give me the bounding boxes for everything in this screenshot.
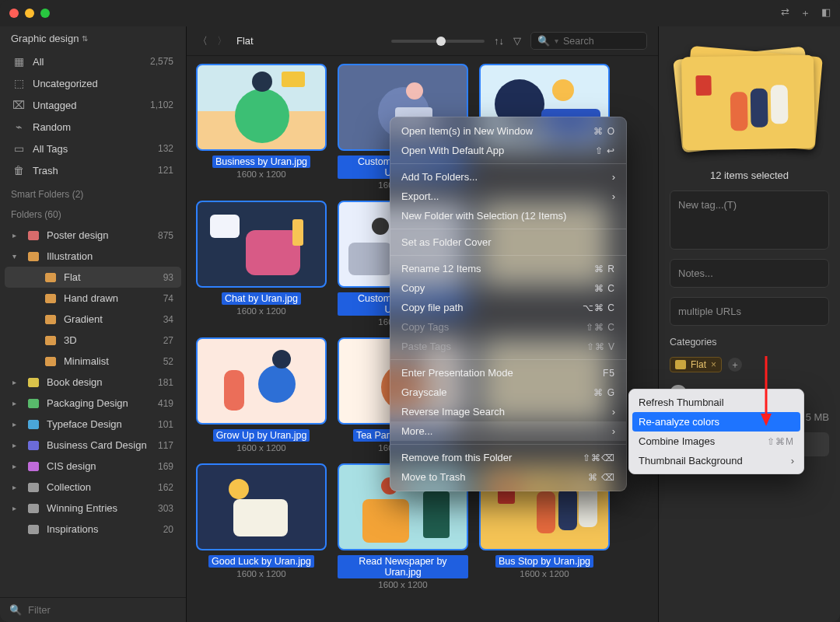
- folder-label: Minimalist: [64, 355, 156, 367]
- ctx-presentation[interactable]: Enter Presentation ModeF5: [390, 363, 626, 383]
- ctx-reverse[interactable]: Reverse Image Search›: [390, 402, 626, 421]
- folder-collection[interactable]: ▸Collection162: [5, 477, 181, 498]
- ctx-set-cover[interactable]: Set as Folder Cover: [390, 232, 626, 252]
- ctx-remove[interactable]: Remove from this Folder⇧⌘⌫: [390, 448, 626, 467]
- ctx-more[interactable]: More...›: [390, 421, 626, 441]
- sidebar-item-uncategorized[interactable]: ⬚Uncategorized: [5, 72, 181, 94]
- nav-fwd-icon[interactable]: 〉: [217, 34, 227, 48]
- folder-label: Poster design: [47, 229, 150, 241]
- sidebar-item-label: All Tags: [33, 143, 150, 155]
- ctx2-thumb-bg[interactable]: Thumbnail Background›: [629, 451, 803, 470]
- swap-icon[interactable]: ⇄: [781, 6, 789, 20]
- thumbnail[interactable]: [196, 64, 327, 151]
- grid-item[interactable]: Chat by Uran.jpg1600 x 1200: [196, 201, 327, 327]
- notes-input[interactable]: Notes...: [670, 259, 829, 288]
- url-input[interactable]: multiple URLs: [670, 297, 829, 326]
- folder-packaging-design[interactable]: ▸Packaging Design419: [5, 393, 181, 414]
- ctx-new-folder[interactable]: New Folder with Selection (12 Items): [390, 206, 626, 225]
- filter-icon[interactable]: ▽: [513, 35, 521, 47]
- breadcrumb[interactable]: Flat: [236, 35, 254, 47]
- filter-input[interactable]: [28, 604, 177, 616]
- folder-count: 74: [163, 293, 173, 304]
- smart-folders-head[interactable]: Smart Folders (2): [0, 183, 186, 203]
- disclosure-icon[interactable]: ▸: [12, 441, 20, 449]
- folder-3d[interactable]: 3D27: [5, 330, 181, 351]
- add-icon[interactable]: ＋: [800, 6, 810, 20]
- grid-item[interactable]: Grow Up by Uran.jpg1600 x 1200: [196, 337, 327, 453]
- item-dimensions: 1600 x 1200: [479, 569, 610, 578]
- ctx-open-default[interactable]: Open With Default App⇧ ↩: [390, 141, 626, 160]
- folder-count: 93: [163, 272, 173, 283]
- sidebar-item-random[interactable]: ⌁Random: [5, 116, 181, 138]
- chip-remove-icon[interactable]: ×: [711, 359, 716, 370]
- folder-count: 101: [158, 419, 173, 430]
- search-field[interactable]: 🔍 ▾: [530, 32, 647, 50]
- ctx2-combine[interactable]: Combine Images⇧⌘M: [629, 432, 803, 451]
- sidebar: Graphic design ⇅ ▦All2,575⬚Uncategorized…: [0, 26, 187, 622]
- folder-icon: [45, 273, 56, 282]
- thumb-size-slider[interactable]: [391, 40, 485, 43]
- window-zoom[interactable]: [40, 9, 50, 18]
- thumbnail[interactable]: [196, 463, 327, 550]
- disclosure-icon[interactable]: ▸: [12, 378, 20, 386]
- add-category-button[interactable]: ＋: [728, 358, 742, 372]
- folder-inspirations[interactable]: Inspirations20: [5, 519, 181, 540]
- ctx-copy-path[interactable]: Copy file path⌥⌘ C: [390, 298, 626, 317]
- sidebar-item-count: 132: [158, 143, 173, 154]
- disclosure-icon[interactable]: ▾: [12, 252, 20, 260]
- folder-illustration[interactable]: ▾Illustration: [5, 246, 181, 267]
- folder-book-design[interactable]: ▸Book design181: [5, 372, 181, 393]
- folder-label: 3D: [64, 334, 156, 346]
- context-submenu-more[interactable]: Refresh Thumbnail Re-analyze colors Comb…: [628, 389, 804, 474]
- folder-count: 117: [158, 440, 173, 451]
- grid-item[interactable]: Business by Uran.jpg1600 x 1200: [196, 64, 327, 190]
- folder-hand-drawn[interactable]: Hand drawn74: [5, 288, 181, 309]
- window-close[interactable]: [9, 9, 19, 18]
- sidebar-item-trash[interactable]: 🗑Trash121: [5, 159, 181, 181]
- folders-head[interactable]: Folders (60): [0, 203, 186, 223]
- disclosure-icon[interactable]: ▸: [12, 483, 20, 491]
- ctx-trash[interactable]: Move to Trash⌘ ⌫: [390, 467, 626, 487]
- ctx-grayscale[interactable]: Grayscale⌘ G: [390, 383, 626, 402]
- grid-item[interactable]: Good Luck by Uran.jpg1600 x 1200: [196, 463, 327, 589]
- folder-label: Business Card Design: [47, 439, 150, 451]
- ctx2-refresh[interactable]: Refresh Thumbnail: [629, 393, 803, 412]
- selection-count: 12 items selected: [670, 169, 829, 181]
- search-input[interactable]: [563, 36, 640, 47]
- updown-icon: ⇅: [82, 34, 88, 43]
- folder-cis-design[interactable]: ▸CIS design169: [5, 456, 181, 477]
- disclosure-icon[interactable]: ▸: [12, 420, 20, 428]
- ctx-copy[interactable]: Copy⌘ C: [390, 278, 626, 298]
- sidebar-item-all[interactable]: ▦All2,575: [5, 51, 181, 72]
- library-picker[interactable]: Graphic design ⇅: [0, 26, 186, 49]
- folder-winning-entries[interactable]: ▸Winning Entries303: [5, 498, 181, 519]
- folder-minimalist[interactable]: Minimalist52: [5, 351, 181, 372]
- sidebar-toggle-icon[interactable]: ◧: [821, 6, 831, 20]
- thumbnail[interactable]: [196, 337, 327, 425]
- folder-poster-design[interactable]: ▸Poster design875: [5, 225, 181, 246]
- disclosure-icon[interactable]: ▸: [12, 399, 20, 407]
- folder-business-card-design[interactable]: ▸Business Card Design117: [5, 435, 181, 456]
- sidebar-filter[interactable]: 🔍: [0, 597, 186, 622]
- category-chip[interactable]: Flat ×: [670, 357, 722, 372]
- ctx-open-new[interactable]: Open Item(s) in New Window⌘ O: [390, 121, 626, 141]
- disclosure-icon[interactable]: ▸: [12, 462, 20, 470]
- nav-back-icon[interactable]: 〈: [198, 34, 208, 48]
- sidebar-item-all-tags[interactable]: ▭All Tags132: [5, 138, 181, 159]
- ctx-export[interactable]: Export...›: [390, 187, 626, 206]
- thumbnail[interactable]: [196, 201, 327, 288]
- disclosure-icon[interactable]: ▸: [12, 231, 20, 239]
- sort-icon[interactable]: ↑↓: [494, 35, 504, 47]
- tag-input[interactable]: New tag...(T): [670, 190, 829, 250]
- folder-gradient[interactable]: Gradient34: [5, 309, 181, 330]
- context-menu[interactable]: Open Item(s) in New Window⌘ O Open With …: [390, 117, 627, 491]
- ctx-rename[interactable]: Rename 12 Items⌘ R: [390, 259, 626, 278]
- item-dimensions: 1600 x 1200: [196, 306, 327, 316]
- sidebar-item-untagged[interactable]: ⌧Untagged1,102: [5, 94, 181, 116]
- folder-typeface-design[interactable]: ▸Typeface Design101: [5, 414, 181, 435]
- folder-flat[interactable]: Flat93: [5, 267, 181, 288]
- disclosure-icon[interactable]: ▸: [12, 504, 20, 512]
- ctx-add-folders[interactable]: Add To Folders...›: [390, 167, 626, 187]
- ctx2-reanalyze[interactable]: Re-analyze colors: [632, 412, 800, 432]
- window-minimize[interactable]: [25, 9, 34, 18]
